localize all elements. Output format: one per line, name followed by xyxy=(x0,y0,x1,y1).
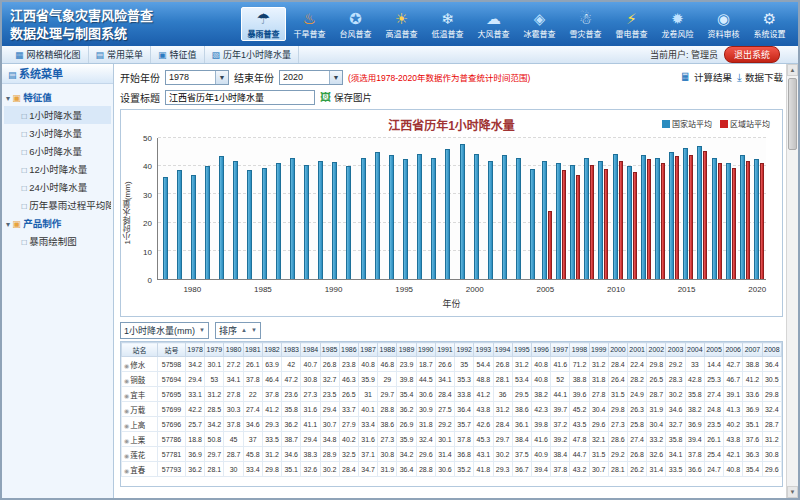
table-row-上栗[interactable]: ◉上栗5778618.850.8453733.538.729.434.840.2… xyxy=(122,432,782,447)
calc-result-button[interactable]: 🖩 计算结果 xyxy=(680,70,732,84)
value-cell: 27.8 xyxy=(224,387,243,402)
table-row-上高[interactable]: ◉上高5769625.734.237.834.629.336.241.130.7… xyxy=(122,417,782,432)
logout-button[interactable]: 退出系统 xyxy=(724,46,780,63)
x-tick: 1990 xyxy=(325,285,343,294)
value-cell: 28.3 xyxy=(666,372,685,387)
start-year-select[interactable]: 1978 ▼ xyxy=(165,70,229,85)
value-cell: 45.3 xyxy=(474,432,493,447)
value-cell: 46.4 xyxy=(262,372,281,387)
leaf-icon: ☐ xyxy=(21,131,27,138)
bar-group-1981 xyxy=(200,138,214,279)
toolbar-item-冰雹普查[interactable]: ◈冰雹普查 xyxy=(517,9,562,39)
vertical-scrollbar[interactable]: ▲ ▼ xyxy=(786,64,798,498)
toolbar-item-龙卷风险[interactable]: ✹龙卷风险 xyxy=(655,9,700,39)
value-cell: 34.1 xyxy=(666,447,685,462)
tree-item-12小时降水量[interactable]: ☐12小时降水量 xyxy=(4,160,111,178)
value-cell: 34.6 xyxy=(666,402,685,417)
col-id: 站号 xyxy=(158,343,186,357)
bar-group-1996 xyxy=(413,138,427,279)
x-tick: 2000 xyxy=(466,285,484,294)
toolbar-item-高温普查[interactable]: ☀高温普查 xyxy=(379,9,424,39)
value-cell: 34.2 xyxy=(186,357,205,372)
toolbar-item-干旱普查[interactable]: ♨干旱普查 xyxy=(287,9,332,39)
current-user-label: 当前用户: 管理员 xyxy=(650,48,718,61)
station-id: 57781 xyxy=(158,447,186,462)
bar-national-1999 xyxy=(460,144,465,279)
value-cell: 31.6 xyxy=(301,402,320,417)
toolbar-item-雷电普查[interactable]: ⚡雷电普查 xyxy=(609,9,654,39)
table-row-宜丰[interactable]: ◉宜丰5769533.131.227.82237.823.627.323.526… xyxy=(122,387,782,402)
x-tick xyxy=(567,285,580,294)
value-cell: 27.4 xyxy=(243,402,262,417)
value-cell: 25.4 xyxy=(704,447,723,462)
main-content: 开始年份 1978 ▼ 结束年份 2020 ▼ (须选用1978-2020年数据… xyxy=(114,64,798,498)
tree-group-特征值[interactable]: ▾ ▣ 特征值 xyxy=(4,88,111,106)
value-cell: 41.2 xyxy=(743,372,762,387)
value-cell: 36.2 xyxy=(186,462,205,477)
tree-item-24小时降水量[interactable]: ☐24小时降水量 xyxy=(4,178,111,196)
高温普查-icon: ☀ xyxy=(395,9,408,28)
value-cell: 25.7 xyxy=(186,417,205,432)
tab-常用菜单[interactable]: ▤常用菜单 xyxy=(89,46,152,63)
value-cell: 42.1 xyxy=(724,447,743,462)
系统设置-icon: ⚙ xyxy=(763,9,776,28)
tab-网格精细化图[interactable]: ▦网格精细化图 xyxy=(8,46,89,63)
col-year-2006: 2006 xyxy=(724,343,743,357)
table-row-修水[interactable]: ◉修水5759834.230.127.226.163.94240.726.823… xyxy=(122,357,782,372)
sort-control[interactable]: 排序 ▲ ▼ xyxy=(215,322,261,339)
table-head: 站名站号197819791980198119821983198419851986… xyxy=(122,343,782,357)
tab-历年1小时降水量[interactable]: ▧历年1小时降水量 xyxy=(205,46,300,63)
data-download-button[interactable]: ⤓ 数据下载 xyxy=(737,70,783,84)
table-row-宜春[interactable]: ◉宜春5779336.228.13033.429.835.132.630.228… xyxy=(122,462,782,477)
toolbar-item-暴雨普查[interactable]: ☂暴雨普查 xyxy=(241,7,286,41)
tree-item-6小时降水量[interactable]: ☐6小时降水量 xyxy=(4,142,111,160)
tree-item-历年暴雨过程平均降雨量[interactable]: ☐历年暴雨过程平均降雨量 xyxy=(4,196,111,214)
toolbar-item-资料审核[interactable]: ◉资料审核 xyxy=(701,9,746,39)
tree-item-暴雨绘制图[interactable]: ☐暴雨绘制图 xyxy=(4,232,111,250)
measure-select[interactable]: 1小时降水量(mm) ▼ xyxy=(120,322,209,339)
save-image-button[interactable]: 🖼 保存图片 xyxy=(320,90,372,104)
col-year-1995: 1995 xyxy=(512,343,531,357)
干旱普查-icon: ♨ xyxy=(303,9,316,28)
value-cell: 27.3 xyxy=(608,417,627,432)
value-cell: 40.8 xyxy=(531,357,550,372)
end-year-select[interactable]: 2020 ▼ xyxy=(279,70,343,85)
sidebar: ▤ 系统菜单 ▾ ▣ 特征值☐1小时降水量☐3小时降水量☐6小时降水量☐12小时… xyxy=(2,64,114,498)
bar-national-1984 xyxy=(247,170,252,279)
value-cell: 35.9 xyxy=(397,432,416,447)
value-cell: 23.6 xyxy=(282,387,301,402)
chevron-down-icon: ▼ xyxy=(199,327,205,333)
bar-regional-2016 xyxy=(703,151,707,279)
tree-group-产品制作[interactable]: ▾ ▣ 产品制作 xyxy=(4,214,111,232)
table-row-铜鼓[interactable]: ◉铜鼓5769429.45334.137.846.447.230.832.746… xyxy=(122,372,782,387)
value-cell: 39.6 xyxy=(570,387,589,402)
bar-national-1991 xyxy=(346,166,351,279)
x-tick xyxy=(228,285,241,294)
chart-title-input[interactable] xyxy=(165,90,315,105)
value-cell: 31.2 xyxy=(589,357,608,372)
value-cell: 28.8 xyxy=(378,402,397,417)
scroll-up-icon[interactable]: ▲ xyxy=(787,64,798,76)
toolbar-item-系统设置[interactable]: ⚙系统设置 xyxy=(747,9,792,39)
toolbar-item-雪灾普查[interactable]: ☃雪灾普查 xyxy=(563,9,608,39)
value-cell: 28.5 xyxy=(205,402,224,417)
x-tick: 2015 xyxy=(678,285,696,294)
end-year-label: 结束年份 xyxy=(234,70,274,85)
value-cell: 30.6 xyxy=(416,387,435,402)
toolbar-item-低温普查[interactable]: ❄低温普查 xyxy=(425,9,470,39)
scroll-down-icon[interactable]: ▼ xyxy=(787,486,798,498)
table-row-莲花[interactable]: ◉莲花5778136.929.728.745.831.234.638.328.9… xyxy=(122,447,782,462)
value-cell: 26.6 xyxy=(435,357,454,372)
toolbar-item-大风普查[interactable]: ☁大风普查 xyxy=(471,9,516,39)
toolbar-item-台风普查[interactable]: ✪台风普查 xyxy=(333,9,378,39)
value-cell: 33.5 xyxy=(262,432,281,447)
scrollbar-thumb[interactable] xyxy=(788,78,797,150)
tab-特征值[interactable]: ▣特征值 xyxy=(151,46,205,63)
table-row-万载[interactable]: ◉万载5769942.228.530.327.441.235.831.629.4… xyxy=(122,402,782,417)
sidebar-tree: ▾ ▣ 特征值☐1小时降水量☐3小时降水量☐6小时降水量☐12小时降水量☐24小… xyxy=(2,84,113,254)
tree-item-1小时降水量[interactable]: ☐1小时降水量 xyxy=(4,106,111,124)
value-cell: 26.8 xyxy=(320,357,339,372)
bar-group-1991 xyxy=(342,138,356,279)
value-cell: 42.3 xyxy=(531,402,550,417)
tree-item-3小时降水量[interactable]: ☐3小时降水量 xyxy=(4,124,111,142)
